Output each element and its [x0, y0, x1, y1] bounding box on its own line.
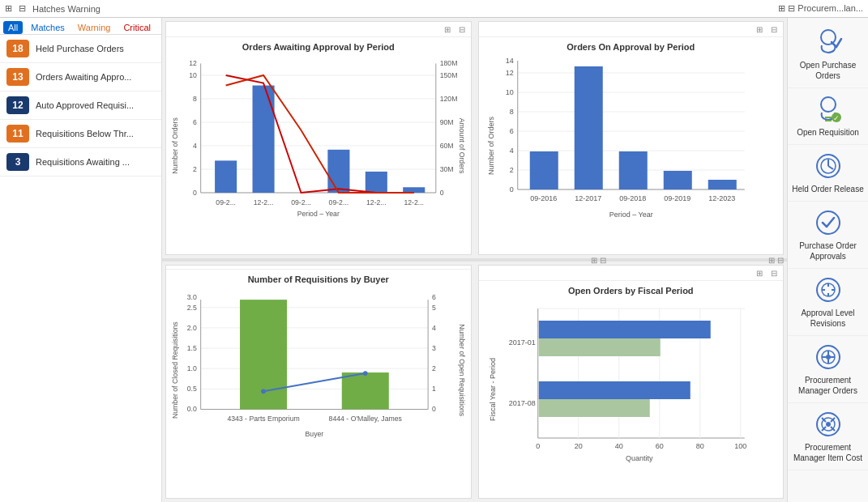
svg-text:100: 100 [734, 442, 746, 450]
tab-all[interactable]: All [3, 21, 23, 34]
svg-text:120M: 120M [440, 95, 458, 103]
chart-title-top-left: Orders Awaiting Approval by Period [166, 37, 471, 53]
svg-text:2017-08: 2017-08 [508, 399, 535, 407]
sidebar-items-list: 18 Held Purchase Orders 13 Orders Awaiti… [0, 35, 161, 502]
main-container: All Matches Warning Critical 18 Held Pur… [0, 18, 868, 502]
chart-area-top-right: Number of Orders 0 2 4 6 [479, 53, 784, 254]
svg-text:0.0: 0.0 [187, 405, 197, 413]
chart-req-by-buyer: Number of Requisitions by Buyer Number o… [165, 265, 472, 499]
badge-req-below: 11 [6, 125, 29, 143]
svg-text:150M: 150M [440, 71, 458, 79]
label-po-approvals: Purchase Order Approvals [791, 240, 865, 262]
svg-text:40: 40 [614, 442, 622, 450]
svg-rect-57 [574, 66, 602, 189]
top-charts-row: ⊞ ⊟ Orders Awaiting Approval by Period N… [162, 18, 787, 258]
expand-chart-br-icon[interactable]: ⊞ [754, 267, 765, 279]
right-item-proc-orders[interactable]: Procurement Manager Orders [788, 336, 868, 403]
svg-text:09-2...: 09-2... [291, 198, 311, 206]
svg-line-129 [828, 166, 833, 169]
right-item-held-order[interactable]: Held Order Release [788, 145, 868, 202]
svg-rect-26 [253, 86, 275, 193]
svg-point-146 [826, 422, 831, 427]
right-item-po-approvals[interactable]: Purchase Order Approvals [788, 202, 868, 269]
expand-chart-tr-icon[interactable]: ⊞ [754, 23, 765, 35]
svg-text:Number of Closed Requisitions: Number of Closed Requisitions [171, 321, 179, 419]
top-bar-left: ⊞ ⊟ Hatches Warning [5, 3, 100, 14]
bottom-charts-row: Number of Requisitions by Buyer Number o… [162, 262, 787, 502]
right-item-approval-rev[interactable]: Approval Level Revisions [788, 269, 868, 336]
chart-title-top-right: Orders On Approval by Period [479, 37, 784, 53]
svg-text:0: 0 [509, 185, 513, 194]
svg-point-96 [363, 371, 368, 376]
held-order-icon [814, 151, 843, 181]
expand-icon[interactable]: ⊞ [5, 3, 12, 14]
open-req-icon: ✓ [814, 95, 843, 124]
proc-orders-icon [814, 342, 843, 372]
collapse-chart-br-icon[interactable]: ⊟ [768, 267, 780, 279]
svg-point-130 [817, 211, 840, 234]
svg-rect-59 [663, 171, 691, 189]
right-item-open-po[interactable]: Open Purchase Orders [788, 21, 868, 88]
chart-open-orders-fiscal: ⊞ ⊟ Open Orders by Fiscal Period Fiscal … [478, 265, 785, 499]
svg-text:0: 0 [440, 189, 444, 197]
chart-orders-on-approval: ⊞ ⊟ Orders On Approval by Period Number … [478, 21, 785, 255]
svg-text:12: 12 [189, 59, 197, 67]
svg-text:12-2017: 12-2017 [575, 194, 601, 202]
svg-rect-56 [529, 151, 558, 189]
collapse-chart-tr-icon[interactable]: ⊟ [768, 23, 780, 35]
sidebar-item-auto-approved[interactable]: 12 Auto Approved Requisi... [0, 91, 161, 120]
sidebar-item-req-below[interactable]: 11 Requisitions Below Thr... [0, 120, 161, 148]
svg-text:8444 - O'Malley, James: 8444 - O'Malley, James [329, 415, 403, 423]
chart-header-top-left: ⊞ ⊟ [166, 22, 471, 37]
svg-text:0: 0 [432, 405, 436, 413]
label-approval-rev: Approval Level Revisions [791, 308, 865, 329]
svg-rect-30 [403, 187, 425, 193]
right-item-proc-cost[interactable]: Procurement Manager Item Cost [788, 403, 868, 470]
badge-held-po: 18 [6, 40, 29, 57]
top-bar-right-icons[interactable]: ⊞ ⊟ [778, 3, 795, 13]
svg-text:8: 8 [509, 108, 513, 116]
svg-point-122 [821, 30, 836, 45]
collapse-icon[interactable]: ⊟ [19, 3, 26, 14]
svg-text:4: 4 [193, 142, 197, 150]
center-content: ⊞ ⊟ Orders Awaiting Approval by Period N… [162, 18, 787, 502]
svg-point-131 [817, 279, 840, 301]
tab-warning[interactable]: Warning [73, 21, 116, 34]
svg-text:60: 60 [655, 442, 663, 450]
right-item-open-req[interactable]: ✓ Open Requisition [788, 88, 868, 145]
expand-chart-icon[interactable]: ⊞ [442, 23, 453, 35]
svg-text:Buyer: Buyer [306, 430, 324, 438]
svg-text:Quantity: Quantity [625, 454, 652, 462]
svg-text:1: 1 [432, 385, 436, 393]
svg-rect-25 [215, 160, 237, 193]
top-bar-right: ⊞ ⊟ Procurem...lan... [778, 3, 863, 14]
sidebar-item-held-po[interactable]: 18 Held Purchase Orders [0, 35, 161, 63]
badge-auto-approved: 12 [6, 96, 29, 114]
sidebar-item-req-awaiting[interactable]: 3 Requisitions Awaiting ... [0, 148, 161, 177]
badge-orders-awaiting: 13 [6, 68, 29, 86]
svg-text:90M: 90M [440, 118, 454, 126]
badge-req-awaiting: 3 [6, 153, 29, 171]
svg-text:Amount of Orders: Amount of Orders [458, 118, 466, 174]
sidebar-item-orders-awaiting[interactable]: 13 Orders Awaiting Appro... [0, 63, 161, 91]
svg-rect-60 [708, 180, 736, 189]
label-open-po: Open Purchase Orders [791, 60, 865, 81]
right-sidebar: Open Purchase Orders ✓ Open Requisition … [787, 18, 868, 502]
tab-matches[interactable]: Matches [26, 21, 70, 34]
svg-text:09-2...: 09-2... [329, 198, 349, 206]
label-req-below: Requisitions Below Thr... [36, 129, 134, 138]
label-held-po: Held Purchase Orders [36, 44, 124, 53]
svg-text:Fiscal Year - Period: Fiscal Year - Period [488, 358, 496, 421]
chart-orders-awaiting-approval: ⊞ ⊟ Orders Awaiting Approval by Period N… [165, 21, 472, 255]
svg-text:2.5: 2.5 [187, 304, 197, 312]
svg-text:4: 4 [509, 147, 513, 155]
svg-text:0.5: 0.5 [187, 385, 197, 393]
chart-area-bottom-right: Fiscal Year - Period 0 20 [479, 297, 784, 498]
proc-cost-icon [814, 410, 843, 439]
svg-text:2.0: 2.0 [187, 324, 197, 332]
svg-text:12-2023: 12-2023 [708, 194, 735, 202]
tab-critical[interactable]: Critical [118, 21, 156, 34]
chart-header-top-right: ⊞ ⊟ [479, 22, 784, 37]
collapse-chart-icon[interactable]: ⊟ [456, 23, 468, 35]
svg-rect-93 [342, 372, 389, 409]
